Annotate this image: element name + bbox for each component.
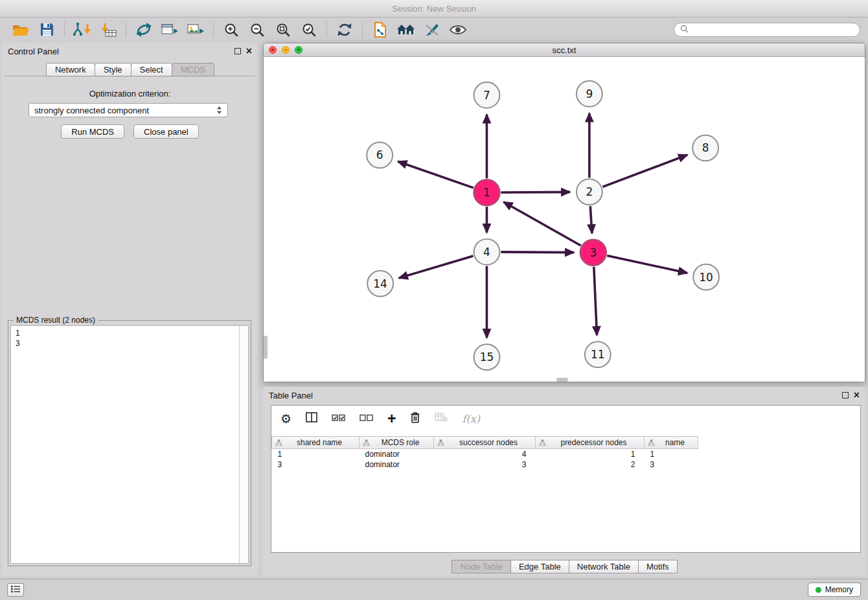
result-item[interactable]: 3 — [11, 338, 239, 349]
import-table-icon[interactable] — [98, 20, 119, 40]
function-builder-icon: f(x) — [462, 413, 479, 425]
edge-3-11[interactable] — [594, 267, 597, 336]
show-hide-details-icon[interactable] — [448, 20, 468, 40]
optimization-select[interactable]: strongly connected component — [29, 103, 228, 117]
horizontal-scrollbar-thumb[interactable] — [556, 378, 568, 382]
open-session-icon[interactable] — [10, 20, 31, 40]
node-15[interactable]: 15 — [474, 344, 500, 370]
export-image-icon[interactable] — [185, 20, 206, 40]
column-header-successor-nodes[interactable]: successor nodes — [434, 437, 536, 449]
import-network-icon[interactable] — [72, 20, 93, 40]
close-panel-button[interactable]: Close panel — [133, 124, 199, 139]
control-panel-header: Control Panel × — [2, 43, 258, 60]
network-canvas[interactable]: 7968124314101511 — [264, 57, 865, 382]
app-window: Session: New Session Control Panel — [0, 0, 868, 600]
tab-network[interactable]: Network — [46, 63, 95, 76]
tab-edge-table[interactable]: Edge Table — [510, 560, 569, 573]
zoom-in-icon[interactable] — [221, 20, 242, 40]
node-3[interactable]: 3 — [580, 240, 606, 266]
edge-3-1[interactable] — [503, 202, 580, 246]
refresh-icon[interactable] — [334, 20, 355, 40]
node-label: 15 — [480, 351, 494, 363]
tab-mcds[interactable]: MCDS — [172, 63, 214, 76]
home-icon[interactable] — [396, 20, 417, 40]
edge-2-8[interactable] — [602, 155, 687, 187]
search-box[interactable] — [674, 23, 860, 37]
node-2[interactable]: 2 — [577, 179, 602, 205]
mcds-result-list[interactable]: 13 — [11, 326, 239, 563]
tab-style[interactable]: Style — [95, 63, 131, 76]
edge-4-14[interactable] — [399, 256, 474, 278]
style-brush-icon[interactable] — [422, 20, 442, 40]
mcds-result-scrollbar[interactable] — [239, 326, 248, 563]
deselect-all-icon[interactable] — [360, 413, 373, 424]
node-8[interactable]: 8 — [692, 135, 718, 161]
column-header-predecessor-nodes[interactable]: predecessor nodes — [536, 437, 645, 449]
zoom-selected-icon[interactable] — [299, 20, 319, 40]
column-visibility-icon[interactable] — [306, 412, 317, 425]
toolbar-separator — [326, 22, 327, 38]
table-panel-tabs: Node TableEdge TableNetwork TableMotifs — [263, 560, 865, 573]
node-10[interactable]: 10 — [693, 264, 719, 290]
zoom-window-icon[interactable]: + — [295, 46, 303, 54]
cell-shared-name: 3 — [272, 459, 360, 470]
network-window-titlebar[interactable]: scc.txt × − + — [264, 43, 865, 57]
node-1[interactable]: 1 — [474, 179, 500, 205]
node-table: shared nameMCDS rolesuccessor nodesprede… — [271, 436, 860, 470]
table-settings-gear-icon[interactable]: ⚙ — [280, 413, 291, 425]
run-mcds-button[interactable]: Run MCDS — [61, 124, 124, 139]
cell-mcds-role: dominator — [360, 449, 434, 459]
tab-motifs[interactable]: Motifs — [638, 560, 678, 573]
add-column-icon[interactable]: + — [387, 411, 396, 426]
toolbar-separator — [126, 22, 126, 38]
tab-select[interactable]: Select — [131, 63, 172, 76]
close-table-panel-icon[interactable]: × — [854, 390, 860, 400]
vertical-scrollbar-thumb[interactable] — [264, 336, 268, 359]
task-history-button[interactable] — [7, 583, 24, 597]
table-panel-title: Table Panel — [269, 391, 313, 400]
node-6[interactable]: 6 — [367, 142, 393, 168]
export-network-icon[interactable] — [159, 20, 180, 40]
search-input[interactable] — [692, 25, 854, 34]
select-all-icon[interactable] — [332, 413, 345, 424]
node-4[interactable]: 4 — [474, 239, 500, 265]
zoom-out-icon[interactable] — [247, 20, 268, 40]
network-view[interactable]: 7968124314101511 — [264, 57, 865, 382]
float-panel-icon[interactable] — [234, 48, 241, 54]
node-11[interactable]: 11 — [585, 341, 611, 367]
column-header-name[interactable]: name — [645, 437, 698, 449]
edge-3-10[interactable] — [607, 255, 687, 273]
node-9[interactable]: 9 — [577, 81, 602, 107]
minimize-window-icon[interactable]: − — [282, 46, 290, 54]
network-window-title: scc.txt — [264, 45, 865, 55]
table-row[interactable]: 3dominator323 — [272, 459, 861, 470]
node-label: 11 — [591, 348, 605, 361]
float-table-panel-icon[interactable] — [842, 392, 849, 398]
select-stepper-icon — [216, 106, 222, 115]
result-item[interactable]: 1 — [11, 328, 239, 338]
column-header-mcds-role[interactable]: MCDS role — [360, 437, 434, 449]
edge-2-3[interactable] — [590, 206, 592, 233]
tab-network-table[interactable]: Network Table — [569, 560, 639, 573]
cell-successor-nodes: 3 — [434, 459, 536, 470]
zoom-fit-icon[interactable] — [273, 20, 293, 40]
mcds-result-title: MCDS result (2 nodes) — [14, 316, 98, 325]
edge-4-3[interactable] — [501, 252, 574, 253]
memory-button[interactable]: Memory — [808, 583, 861, 597]
table-row[interactable]: 1dominator411 — [272, 449, 861, 459]
column-header-shared-name[interactable]: shared name — [272, 437, 360, 449]
node-label: 9 — [586, 87, 593, 100]
node-label: 1 — [483, 186, 490, 199]
layout-arrows-icon[interactable] — [133, 20, 154, 40]
close-panel-icon[interactable]: × — [246, 46, 252, 56]
save-session-icon[interactable] — [36, 20, 57, 40]
node-label: 2 — [586, 185, 593, 198]
node-7[interactable]: 7 — [474, 82, 500, 108]
edge-1-6[interactable] — [398, 161, 473, 188]
delete-column-icon[interactable] — [410, 411, 420, 426]
close-window-icon[interactable]: × — [269, 46, 277, 54]
node-14[interactable]: 14 — [367, 271, 393, 297]
edge-1-2[interactable] — [501, 192, 570, 192]
tab-node-table[interactable]: Node Table — [451, 560, 511, 573]
clone-network-icon[interactable] — [370, 20, 391, 40]
